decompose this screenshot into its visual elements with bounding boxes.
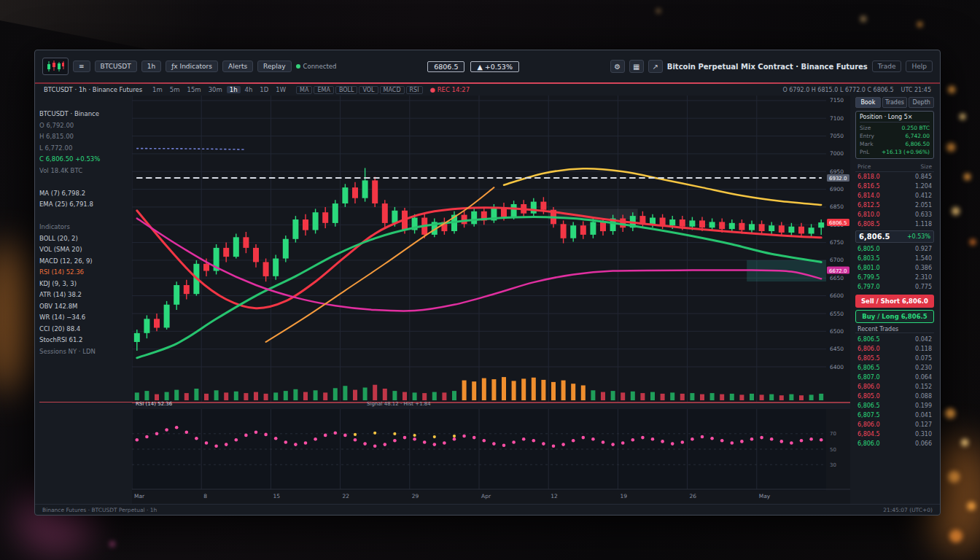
ask-size: 0.845 — [915, 172, 932, 182]
ask-size: 1.204 — [915, 182, 932, 191]
trade-row[interactable]: 6,806.50.042 — [855, 335, 934, 344]
bid-row[interactable]: 6,801.00.386 — [855, 263, 934, 273]
tab-depth[interactable]: Depth — [909, 97, 934, 108]
toolbar-button-2[interactable]: ƒx Indicators — [166, 61, 218, 72]
watchlist-item[interactable]: StochRSI 61.2 — [39, 335, 130, 346]
trade-row[interactable]: 6,806.00.152 — [855, 382, 934, 392]
bid-row[interactable]: 6,805.00.927 — [855, 244, 934, 254]
toolbar-button-0[interactable]: BTCUSDT — [95, 61, 137, 72]
indicator-chip-boll[interactable]: BOLL — [335, 86, 358, 94]
svg-text:6650: 6650 — [830, 275, 844, 281]
chart-area[interactable]: 7150710070507000695069006850680067506700… — [132, 96, 850, 504]
position-value: 6,742.00 — [906, 132, 930, 140]
ask-row[interactable]: 6,810.00.633 — [855, 210, 934, 219]
watchlist-item[interactable] — [39, 176, 130, 188]
watchlist-item[interactable]: Indicators — [39, 222, 130, 233]
timeframe-1m[interactable]: 1m — [149, 86, 166, 93]
timeframe-30m[interactable]: 30m — [206, 86, 225, 93]
layout-icon[interactable]: ▦ — [629, 60, 644, 73]
trade-row[interactable]: 6,804.50.310 — [855, 429, 934, 439]
trade-row[interactable]: 6,806.00.118 — [855, 344, 934, 354]
watchlist-item[interactable]: BOLL (20, 2) — [39, 233, 130, 245]
watchlist-item[interactable]: MA (7) 6,798.2 — [39, 188, 130, 200]
buy-button[interactable]: Buy / Long 6,806.5 — [855, 310, 934, 323]
svg-text:6600: 6600 — [830, 292, 844, 299]
svg-text:6672.0: 6672.0 — [829, 268, 847, 274]
svg-text:7100: 7100 — [830, 115, 844, 122]
ask-row[interactable]: 6,808.51.118 — [855, 219, 934, 229]
svg-text:6500: 6500 — [830, 328, 844, 335]
watchlist-item[interactable]: CCI (20) 88.4 — [39, 324, 130, 335]
indicator-chip-ma[interactable]: MA — [296, 86, 312, 94]
indicator-chip-ema[interactable]: EMA — [314, 86, 333, 94]
watchlist-item[interactable] — [39, 211, 130, 222]
trade-price: 6,805.5 — [858, 354, 880, 363]
tab-book[interactable]: Book — [855, 97, 881, 108]
watchlist-item[interactable]: VOL (SMA 20) — [39, 244, 130, 256]
svg-text:8: 8 — [203, 493, 207, 499]
bid-row[interactable]: 6,803.51.540 — [855, 254, 934, 263]
trade-row[interactable]: 6,806.00.127 — [855, 420, 934, 429]
watchlist-item[interactable]: H 6,815.00 — [39, 131, 130, 143]
watchlist-panel: BTCUSDT · BinanceO 6,792.00H 6,815.00L 6… — [39, 96, 130, 502]
toolbar-right-button-0[interactable]: Trade — [872, 61, 902, 72]
watchlist-item[interactable]: KDJ (9, 3, 3) — [39, 279, 130, 290]
svg-text:Mar: Mar — [134, 493, 145, 499]
tab-trades[interactable]: Trades — [882, 97, 908, 108]
trade-row[interactable]: 6,806.50.199 — [855, 401, 934, 411]
fullscreen-icon[interactable]: ↗ — [648, 60, 663, 73]
timeframe-1D[interactable]: 1D — [257, 86, 271, 93]
trade-row[interactable]: 6,807.50.041 — [855, 411, 934, 420]
symbol-label[interactable]: BTCUSDT · 1h · Binance Futures — [44, 86, 142, 93]
indicator-chip-macd[interactable]: MACD — [380, 86, 405, 94]
watchlist-item[interactable]: RSI (14) 52.36 — [39, 267, 130, 279]
watchlist-item[interactable]: MACD (12, 26, 9) — [39, 256, 130, 268]
ask-row[interactable]: 6,812.52.051 — [855, 201, 934, 210]
timeframe-15m[interactable]: 15m — [184, 86, 204, 93]
watchlist-item[interactable]: WR (14) −34.6 — [39, 312, 130, 324]
toolbar-right-button-1[interactable]: Help — [906, 61, 933, 72]
watchlist-item[interactable]: Vol 18.4K BTC — [39, 166, 130, 177]
trade-row[interactable]: 6,806.50.230 — [855, 363, 934, 373]
timeframe-1h[interactable]: 1h — [227, 86, 241, 93]
app-logo-icon — [42, 58, 69, 75]
watchlist-item[interactable]: OBV 142.8M — [39, 301, 130, 313]
timeframe-4h[interactable]: 4h — [242, 86, 256, 93]
bid-row[interactable]: 6,799.52.310 — [855, 273, 934, 282]
indicator-chip-vol[interactable]: VOL — [359, 86, 378, 94]
toolbar-button-3[interactable]: Alerts — [222, 61, 253, 72]
price-readout-0: 6806.5 — [427, 61, 464, 72]
trade-row[interactable]: 6,805.50.075 — [855, 354, 934, 363]
ask-row[interactable]: 6,818.00.845 — [855, 172, 934, 182]
watchlist-item[interactable]: C 6,806.50 +0.53% — [39, 154, 130, 166]
main-chart[interactable]: 7150710070507000695069006850680067506700… — [132, 96, 850, 504]
trade-row[interactable]: 6,807.00.064 — [855, 373, 934, 382]
trade-price: 6,805.0 — [858, 392, 880, 401]
indicator-chip-rsi[interactable]: RSI — [406, 86, 423, 94]
trade-row[interactable]: 6,806.00.066 — [855, 439, 934, 448]
watchlist-item[interactable]: BTCUSDT · Binance — [39, 109, 130, 120]
watchlist-item[interactable]: L 6,772.00 — [39, 143, 130, 155]
toolbar-button-1[interactable]: 1h — [141, 61, 161, 72]
svg-text:6450: 6450 — [830, 346, 844, 352]
menu-button[interactable]: ≡ — [73, 61, 90, 72]
timeframe-5m[interactable]: 5m — [167, 86, 183, 93]
trading-app-window: ≡ BTCUSDT1hƒx IndicatorsAlertsReplay Con… — [34, 50, 941, 516]
trade-row[interactable]: 6,805.00.088 — [855, 392, 934, 401]
ask-row[interactable]: 6,816.51.204 — [855, 182, 934, 191]
bokeh-light — [967, 502, 976, 510]
ask-row[interactable]: 6,814.00.412 — [855, 191, 934, 201]
main-content: BTCUSDT · BinanceO 6,792.00H 6,815.00L 6… — [35, 96, 940, 504]
bid-row[interactable]: 6,797.00.775 — [855, 282, 934, 292]
settings-icon[interactable]: ⚙ — [610, 60, 625, 73]
toolbar-button-4[interactable]: Replay — [257, 61, 291, 72]
trade-price: 6,806.0 — [858, 420, 880, 429]
watchlist-item[interactable]: EMA (25) 6,791.8 — [39, 199, 130, 211]
position-row: PnL+16.13 (+0.96%) — [860, 148, 930, 156]
watchlist-item[interactable]: Sessions NY · LDN — [39, 346, 130, 358]
watchlist-item[interactable]: O 6,792.00 — [39, 120, 130, 132]
watchlist-item[interactable]: ATR (14) 38.2 — [39, 289, 130, 301]
sell-button[interactable]: Sell / Short 6,806.0 — [855, 295, 934, 308]
svg-text:Apr: Apr — [481, 493, 491, 499]
timeframe-1W[interactable]: 1W — [273, 86, 289, 93]
